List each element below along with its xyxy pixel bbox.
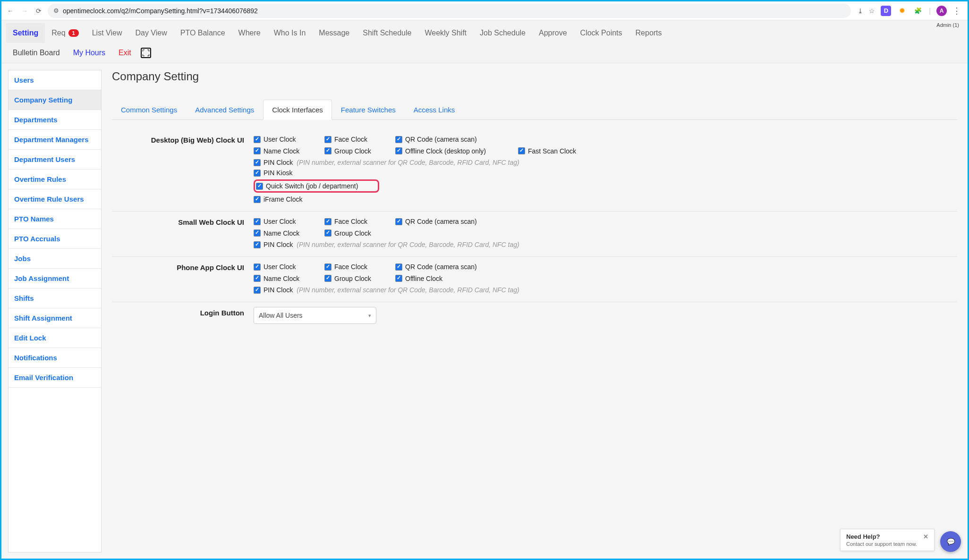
nav-reports[interactable]: Reports [629,23,669,43]
fullscreen-button[interactable] [138,45,154,61]
url-bar[interactable]: ⚙ opentimeclock.com/q2/mCompanySetting.h… [48,4,851,18]
cb-phone-user-clock[interactable]: User Clock [254,263,296,271]
install-icon[interactable]: ⤓ [858,7,863,15]
cb-desktop-quick-switch[interactable]: Quick Switch (job / department) [256,182,358,190]
nav-list-view[interactable]: List View [85,23,129,43]
content-area: Company Setting Common Settings Advanced… [102,63,968,552]
sidebar-item-overtime-rules[interactable]: Overtime Rules [8,170,101,189]
settings-sidebar: Users Company Setting Departments Depart… [8,70,102,552]
cb-desktop-offline-clock[interactable]: Offline Clock (desktop only) [395,147,486,155]
section-small-clock: Small Web Clock UI User Clock Face Clock… [112,212,957,257]
cb-desktop-group-clock[interactable]: Group Clock [324,147,371,155]
req-badge: 1 [68,29,79,37]
extension-d-icon[interactable]: D [881,6,891,16]
section-login-button: Login Button Allow All Users ▾ [112,302,957,331]
sidebar-item-shifts[interactable]: Shifts [8,288,101,308]
cb-desktop-face-clock[interactable]: Face Clock [324,136,367,143]
nav-bulletin[interactable]: Bulletin Board [6,43,67,63]
nav-day-view[interactable]: Day View [128,23,173,43]
bookmark-icon[interactable]: ☆ [869,7,875,15]
cb-desktop-pin-kiosk[interactable]: PIN Kiosk [254,169,292,177]
select-login-button[interactable]: Allow All Users ▾ [254,307,376,324]
cb-small-user-clock[interactable]: User Clock [254,218,296,225]
label-small-clock: Small Web Clock UI [112,216,254,250]
nav-pto-balance[interactable]: PTO Balance [174,23,232,43]
nav-req[interactable]: Req1 [45,23,85,43]
sidebar-item-department-managers[interactable]: Department Managers [8,130,101,150]
page-title: Company Setting [112,70,957,87]
nav-job-schedule[interactable]: Job Schedule [473,23,532,43]
nav-exit[interactable]: Exit [112,43,138,63]
site-settings-icon[interactable]: ⚙ [53,7,59,14]
label-phone-clock: Phone App Clock UI [112,262,254,295]
extension-fire-icon[interactable]: ✺ [897,6,907,16]
cb-desktop-iframe[interactable]: iFrame Clock [254,195,302,203]
sidebar-item-notifications[interactable]: Notifications [8,348,101,368]
sidebar-item-shift-assignment[interactable]: Shift Assignment [8,308,101,328]
tab-access-links[interactable]: Access Links [405,100,464,120]
cb-small-name-clock[interactable]: Name Clock [254,229,299,237]
close-icon[interactable]: ✕ [923,533,928,540]
sidebar-item-departments[interactable]: Departments [8,110,101,130]
cb-phone-pin-clock[interactable]: PIN Clock [254,286,293,294]
highlight-quick-switch: Quick Switch (job / department) [254,179,379,193]
cb-small-face-clock[interactable]: Face Clock [324,218,367,225]
hint-small-pin: (PIN number, external scanner for QR Cod… [297,241,519,248]
cb-phone-name-clock[interactable]: Name Clock [254,275,299,282]
chat-launcher[interactable]: 💬 [940,531,961,552]
label-login-button: Login Button [112,307,254,324]
hint-desktop-pin: (PIN number, external scanner for QR Cod… [297,159,519,166]
sidebar-item-email-verification[interactable]: Email Verification [8,368,101,388]
cb-phone-face-clock[interactable]: Face Clock [324,263,367,271]
sidebar-item-overtime-rule-users[interactable]: Overtime Rule Users [8,189,101,209]
sidebar-item-pto-accruals[interactable]: PTO Accruals [8,229,101,249]
profile-avatar[interactable]: A [936,6,947,16]
help-widget[interactable]: Need Help? ✕ Contact our support team no… [840,529,935,551]
sidebar-item-job-assignment[interactable]: Job Assignment [8,269,101,288]
tab-feature-switches[interactable]: Feature Switches [332,100,405,120]
nav-shift-schedule[interactable]: Shift Schedule [356,23,418,43]
sidebar-item-users[interactable]: Users [8,70,101,90]
tab-clock-interfaces[interactable]: Clock Interfaces [263,100,332,120]
sidebar-item-company-setting[interactable]: Company Setting [8,90,101,110]
tab-common-settings[interactable]: Common Settings [112,100,186,120]
sidebar-item-department-users[interactable]: Department Users [8,150,101,170]
kebab-menu-icon[interactable]: ⋮ [952,6,961,16]
reload-icon[interactable]: ⟳ [34,7,44,15]
cb-small-qr-code[interactable]: QR Code (camera scan) [395,218,477,225]
tabs: Common Settings Advanced Settings Clock … [112,99,957,120]
tab-advanced-settings[interactable]: Advanced Settings [186,100,263,120]
sidebar-item-jobs[interactable]: Jobs [8,249,101,269]
cb-desktop-user-clock[interactable]: User Clock [254,136,296,143]
browser-toolbar: ← → ⟳ ⚙ opentimeclock.com/q2/mCompanySet… [1,1,968,20]
hint-phone-pin: (PIN number, external scanner for QR Cod… [297,286,519,294]
nav-approve[interactable]: Approve [532,23,574,43]
sidebar-item-pto-names[interactable]: PTO Names [8,209,101,229]
help-title: Need Help? [846,533,880,540]
cb-desktop-fast-scan[interactable]: Fast Scan Clock [518,147,576,155]
forward-icon[interactable]: → [19,7,30,15]
cb-desktop-name-clock[interactable]: Name Clock [254,147,299,155]
nav-where[interactable]: Where [232,23,267,43]
toolbar-icons: ⤓ ☆ D ✺ 🧩 | A ⋮ [855,6,964,16]
nav-weekly-shift[interactable]: Weekly Shift [418,23,473,43]
help-subtitle: Contact our support team now. [846,541,928,547]
nav-my-hours[interactable]: My Hours [67,43,112,63]
section-phone-clock: Phone App Clock UI User Clock Face Clock… [112,257,957,302]
cb-desktop-qr-code[interactable]: QR Code (camera scan) [395,136,477,143]
cb-phone-offline-clock[interactable]: Offline Clock [395,275,442,282]
nav-who-is-in[interactable]: Who Is In [267,23,313,43]
nav-message[interactable]: Message [312,23,356,43]
fullscreen-icon [141,48,151,58]
nav-setting[interactable]: Setting [6,23,45,43]
cb-phone-qr-code[interactable]: QR Code (camera scan) [395,263,477,271]
cb-phone-group-clock[interactable]: Group Clock [324,275,371,282]
cb-small-group-clock[interactable]: Group Clock [324,229,371,237]
nav-clock-points[interactable]: Clock Points [574,23,629,43]
cb-small-pin-clock[interactable]: PIN Clock [254,241,293,248]
url-text: opentimeclock.com/q2/mCompanySetting.htm… [63,7,258,15]
back-icon[interactable]: ← [5,7,16,15]
extensions-icon[interactable]: 🧩 [913,6,923,16]
cb-desktop-pin-clock[interactable]: PIN Clock [254,159,293,166]
sidebar-item-edit-lock[interactable]: Edit Lock [8,328,101,348]
